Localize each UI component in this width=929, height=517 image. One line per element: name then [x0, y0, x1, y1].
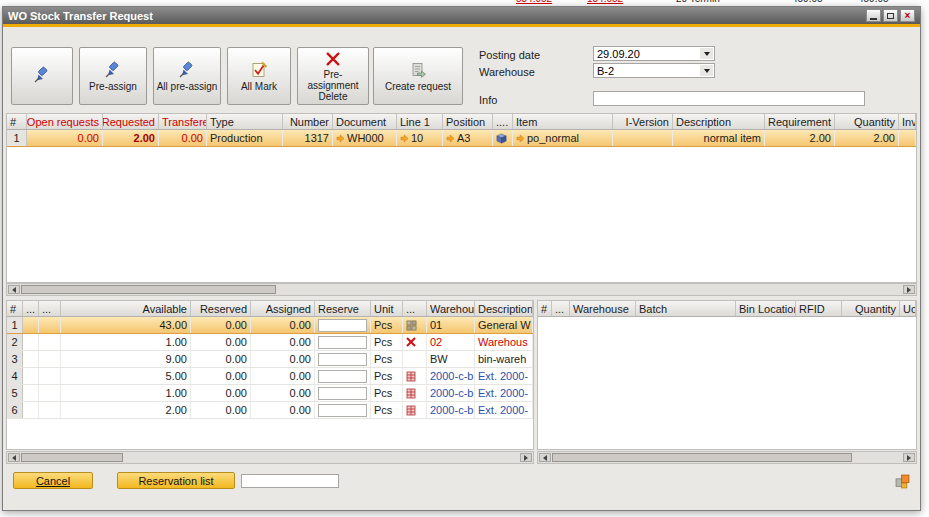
item-cube-icon — [496, 133, 507, 144]
posting-date-field[interactable]: 29.09.20 — [593, 46, 715, 61]
warehouse-cell: 02 — [427, 334, 475, 350]
stock-row[interactable]: 2 1.00 0.00 0.00 Pcs 02 Warehous — [7, 334, 533, 351]
chevron-down-icon[interactable] — [700, 65, 713, 76]
item-type-cell — [493, 130, 513, 146]
position-link[interactable]: A3 — [457, 132, 470, 144]
available-table-header: # ... ... Available Reserved Assigned Re… — [7, 301, 533, 317]
form-settings-icon[interactable] — [895, 474, 910, 489]
stock-row[interactable]: 1 43.00 0.00 0.00 Pcs 01 General W — [7, 317, 533, 334]
pre-assignment-delete-button[interactable]: Pre-assignment Delete — [297, 47, 369, 105]
available-cell: 9.00 — [61, 351, 191, 367]
scrollbar-thumb[interactable] — [21, 453, 123, 462]
assigned-cell: 0.00 — [251, 317, 315, 333]
requirement-cell: 2.00 — [765, 130, 835, 146]
available-cell: 1.00 — [61, 334, 191, 350]
reserve-input[interactable] — [318, 404, 367, 417]
pre-assign-button[interactable]: Pre-assign — [79, 47, 147, 105]
reserved-cell: 0.00 — [191, 351, 251, 367]
link-arrow-icon[interactable] — [446, 134, 455, 143]
warehouse-field[interactable]: B-2 — [593, 63, 715, 78]
maximize-button[interactable] — [883, 9, 898, 22]
stock-row[interactable]: 6 2.00 0.00 0.00 Pcs 2000-c-b Ext. 2000- — [7, 402, 533, 419]
stock-row[interactable]: 4 5.00 0.00 0.00 Pcs 2000-c-b Ext. 2000- — [7, 368, 533, 385]
request-row[interactable]: 1 0.00 2.00 0.00 Production 1317 WH000 1… — [7, 130, 916, 147]
scroll-right-button[interactable] — [903, 453, 915, 462]
available-table-horizontal-scrollbar[interactable] — [6, 451, 534, 464]
link-arrow-icon[interactable] — [336, 134, 345, 143]
row-number-cell: 3 — [7, 351, 23, 367]
reserve-cell — [315, 402, 371, 418]
description-cell: Ext. 2000- — [475, 368, 533, 384]
description-cell: Ext. 2000- — [475, 385, 533, 401]
scroll-left-button[interactable] — [8, 453, 20, 462]
flag-cell — [39, 368, 61, 384]
reserve-input[interactable] — [318, 370, 367, 383]
close-icon: × — [905, 11, 911, 21]
all-mark-button[interactable]: All Mark — [227, 47, 291, 105]
col-header-bin-location: Bin Location — [736, 301, 796, 316]
reservation-table: # ... Warehouse Batch Bin Location RFID … — [537, 300, 917, 450]
scrollbar-thumb[interactable] — [552, 453, 852, 462]
create-request-button[interactable]: Create request — [373, 47, 463, 105]
reserve-cell — [315, 368, 371, 384]
reserve-input[interactable] — [318, 336, 367, 349]
col-header-dots: ... — [39, 301, 61, 316]
description-cell: General W — [475, 317, 533, 333]
col-header-quantity: Quantity — [835, 114, 899, 129]
arrow-right-icon — [524, 455, 528, 461]
pin-button[interactable] — [11, 47, 73, 105]
row-number-cell: 2 — [7, 334, 23, 350]
reserve-cell — [315, 385, 371, 401]
link-arrow-icon[interactable] — [516, 134, 525, 143]
flag-cell — [39, 385, 61, 401]
reserved-cell: 0.00 — [191, 334, 251, 350]
reservation-table-horizontal-scrollbar[interactable] — [537, 451, 917, 464]
pushpin-icon — [178, 61, 196, 79]
col-header-item: Item — [513, 114, 613, 129]
cancel-button[interactable]: Cancel — [13, 472, 93, 489]
col-header-document: Document — [333, 114, 397, 129]
line1-link[interactable]: 10 — [411, 132, 423, 144]
reserve-input[interactable] — [318, 387, 367, 400]
col-header-batch: Batch — [636, 301, 736, 316]
scroll-left-button[interactable] — [8, 285, 20, 294]
warehouse-cell[interactable]: 2000-c-b — [427, 402, 475, 418]
stock-row[interactable]: 3 9.00 0.00 0.00 Pcs BW bin-wareh — [7, 351, 533, 368]
row-number-cell: 4 — [7, 368, 23, 384]
assigned-cell: 0.00 — [251, 334, 315, 350]
arrow-left-icon — [12, 287, 16, 293]
item-link[interactable]: po_normal — [527, 132, 579, 144]
info-input[interactable] — [593, 91, 865, 106]
close-button[interactable]: × — [900, 9, 915, 22]
scroll-right-button[interactable] — [520, 453, 532, 462]
link-arrow-icon[interactable] — [400, 134, 409, 143]
title-bar[interactable]: WO Stock Transfer Request × — [3, 7, 920, 24]
window-controls: × — [866, 9, 915, 22]
minimize-button[interactable] — [866, 9, 881, 22]
col-header-transfered: Transfered ... — [159, 114, 207, 129]
warehouse-cell[interactable]: 2000-c-b — [427, 368, 475, 384]
document-link[interactable]: WH000 — [347, 132, 384, 144]
all-pre-assign-button[interactable]: All pre-assign — [153, 47, 221, 105]
position-cell: A3 — [443, 130, 493, 146]
flag-cell — [39, 402, 61, 418]
footer-input[interactable] — [241, 474, 339, 488]
stock-row[interactable]: 5 1.00 0.00 0.00 Pcs 2000-c-b Ext. 2000- — [7, 385, 533, 402]
scroll-left-button[interactable] — [539, 453, 551, 462]
posting-date-value: 29.09.20 — [597, 48, 711, 60]
reservation-list-button[interactable]: Reservation list — [117, 472, 235, 489]
bin-location-icon — [406, 371, 416, 382]
reserve-input[interactable] — [318, 353, 367, 366]
cancel-button-label: Cancel — [36, 475, 70, 487]
unit-cell: Pcs — [371, 317, 403, 333]
wo-stock-transfer-dialog: WO Stock Transfer Request × Pre-assign A… — [2, 6, 921, 511]
request-table-horizontal-scrollbar[interactable] — [6, 283, 917, 296]
scrollbar-thumb[interactable] — [21, 285, 276, 294]
reserve-input[interactable] — [318, 319, 367, 332]
toolbar-button-label: Pre-assign — [89, 81, 137, 92]
scroll-right-button[interactable] — [903, 285, 915, 294]
reserve-cell — [315, 334, 371, 350]
chevron-down-icon[interactable] — [700, 48, 713, 59]
col-header-assigned: Assigned — [251, 301, 315, 316]
warehouse-cell[interactable]: 2000-c-b — [427, 385, 475, 401]
